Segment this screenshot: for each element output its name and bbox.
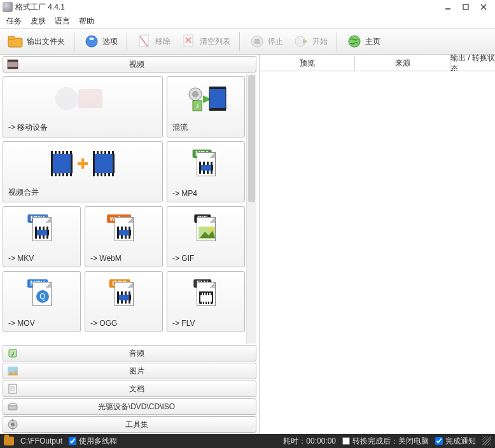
tile-label: -> GIF bbox=[167, 251, 244, 267]
checkbox-input[interactable] bbox=[435, 437, 443, 445]
svg-point-34 bbox=[209, 228, 213, 232]
task-list[interactable] bbox=[260, 71, 495, 434]
menu-task[interactable]: 任务 bbox=[6, 16, 22, 27]
svg-rect-19 bbox=[8, 67, 18, 69]
tile-gif[interactable]: GIF -> GIF bbox=[167, 206, 245, 267]
toolbar-label: 开始 bbox=[312, 36, 328, 47]
stop-icon bbox=[249, 33, 265, 50]
folder-icon bbox=[8, 33, 24, 50]
scrollbar-thumb[interactable] bbox=[248, 75, 255, 202]
resize-grip[interactable] bbox=[482, 437, 491, 445]
mux-icon: ♪ bbox=[167, 77, 244, 120]
tile-label: -> OGG bbox=[85, 316, 162, 332]
tile-mobile[interactable]: -> 移动设备 bbox=[3, 76, 163, 137]
category-label: 工具集 bbox=[21, 419, 252, 430]
webm-icon bbox=[85, 207, 162, 251]
home-button[interactable]: 主页 bbox=[342, 32, 384, 51]
close-button[interactable] bbox=[475, 1, 492, 13]
column-status[interactable]: 输出 / 转换状态 bbox=[450, 56, 495, 71]
category-audio[interactable]: ♪ 音频 bbox=[3, 345, 256, 361]
tile-mux[interactable]: ♪ 混流 bbox=[167, 76, 245, 137]
svg-rect-13 bbox=[254, 39, 260, 44]
menu-skin[interactable]: 皮肤 bbox=[31, 16, 46, 27]
svg-text:♪: ♪ bbox=[11, 349, 15, 358]
checkbox-label: 转换完成后：关闭电脑 bbox=[352, 436, 429, 447]
tile-flv[interactable]: FLV -> FLV bbox=[167, 271, 245, 332]
category-optical[interactable]: 光驱设备\DVD\CD\ISO bbox=[3, 398, 256, 415]
category-tools[interactable]: 工具集 bbox=[3, 416, 256, 433]
tile-label: -> FLV bbox=[167, 316, 244, 332]
toolbar: 输出文件夹 选项 移除 清空列表 停止 开始 主页 bbox=[0, 28, 495, 55]
right-columns-header: 预览 来源 输出 / 转换状态 bbox=[260, 56, 495, 71]
app-icon bbox=[3, 2, 13, 12]
svg-rect-18 bbox=[8, 60, 18, 62]
menu-help[interactable]: 帮助 bbox=[79, 16, 94, 27]
toolbar-label: 主页 bbox=[365, 36, 380, 47]
scrollbar[interactable] bbox=[246, 74, 256, 344]
maximize-button[interactable] bbox=[457, 1, 475, 13]
notify-checkbox[interactable]: 完成通知 bbox=[435, 436, 476, 447]
tile-area: -> 移动设备 ♪ 混流 bbox=[3, 74, 256, 344]
main-area: 视频 -> 移动设备 ♪ bbox=[0, 55, 495, 434]
video-icon bbox=[7, 59, 18, 70]
toolbar-label: 停止 bbox=[268, 36, 283, 47]
tile-label: -> MP4 bbox=[167, 186, 244, 202]
tile-webm[interactable]: webm -> WebM bbox=[85, 206, 163, 267]
after-convert-checkbox[interactable]: 转换完成后：关闭电脑 bbox=[342, 436, 429, 447]
globe-icon bbox=[346, 33, 363, 50]
column-source[interactable]: 来源 bbox=[355, 56, 450, 71]
image-icon bbox=[7, 365, 18, 377]
toolbar-separator bbox=[74, 32, 74, 51]
category-label: 音频 bbox=[21, 348, 252, 359]
tile-ogg[interactable]: OGG -> OGG bbox=[85, 271, 163, 332]
clear-list-button[interactable]: 清空列表 bbox=[177, 32, 234, 51]
folder-icon[interactable] bbox=[4, 437, 14, 445]
left-pane: 视频 -> 移动设备 ♪ bbox=[0, 55, 260, 434]
checkbox-input[interactable] bbox=[69, 437, 76, 445]
tools-icon bbox=[7, 419, 18, 430]
tile-mov[interactable]: MOV Q -> MOV bbox=[3, 271, 81, 332]
minimize-button[interactable] bbox=[439, 1, 457, 13]
svg-point-46 bbox=[9, 403, 17, 406]
mp4-icon bbox=[167, 142, 244, 186]
tile-label: -> 移动设备 bbox=[3, 120, 162, 137]
tile-video-join[interactable]: 视频合并 bbox=[3, 141, 163, 202]
mobile-icon bbox=[3, 77, 162, 120]
tile-label: 混流 bbox=[167, 120, 244, 137]
audio-icon: ♪ bbox=[7, 347, 18, 359]
ogg-icon bbox=[85, 272, 162, 316]
toolbar-label: 输出文件夹 bbox=[27, 36, 65, 47]
mkv-icon bbox=[3, 207, 80, 251]
svg-rect-5 bbox=[8, 36, 15, 39]
tile-label: -> MKV bbox=[3, 251, 80, 267]
checkbox-input[interactable] bbox=[342, 437, 350, 445]
tile-mkv[interactable]: MKV -> MKV bbox=[3, 206, 81, 267]
menu-language[interactable]: 语言 bbox=[55, 16, 70, 27]
svg-rect-49 bbox=[12, 419, 13, 421]
column-preview[interactable]: 预览 bbox=[260, 56, 355, 71]
title-bar: 格式工厂 4.4.1 bbox=[0, 0, 495, 14]
svg-text:Q: Q bbox=[39, 292, 45, 301]
category-document[interactable]: 文档 bbox=[3, 381, 256, 397]
tile-mp4[interactable]: MP4 -> MP4 bbox=[167, 141, 245, 202]
mov-icon: Q bbox=[3, 272, 80, 316]
tile-label: -> WebM bbox=[85, 251, 162, 267]
start-button[interactable]: 开始 bbox=[289, 32, 331, 51]
options-button[interactable]: 选项 bbox=[80, 32, 122, 51]
output-folder-button[interactable]: 输出文件夹 bbox=[4, 32, 69, 51]
output-path[interactable]: C:\FFOutput bbox=[20, 437, 62, 445]
category-image[interactable]: 图片 bbox=[3, 363, 256, 379]
column-label: 来源 bbox=[395, 58, 410, 69]
category-video-header[interactable]: 视频 bbox=[3, 56, 256, 73]
multithread-checkbox[interactable]: 使用多线程 bbox=[69, 436, 117, 447]
remove-icon bbox=[136, 33, 153, 50]
tile-label: 视频合并 bbox=[3, 185, 162, 202]
flv-icon bbox=[167, 272, 244, 316]
svg-rect-1 bbox=[463, 4, 468, 10]
document-icon bbox=[7, 383, 18, 395]
svg-point-48 bbox=[11, 423, 15, 426]
remove-button[interactable]: 移除 bbox=[132, 32, 174, 51]
svg-point-16 bbox=[349, 36, 360, 47]
stop-button[interactable]: 停止 bbox=[245, 32, 287, 51]
svg-point-6 bbox=[86, 36, 97, 47]
